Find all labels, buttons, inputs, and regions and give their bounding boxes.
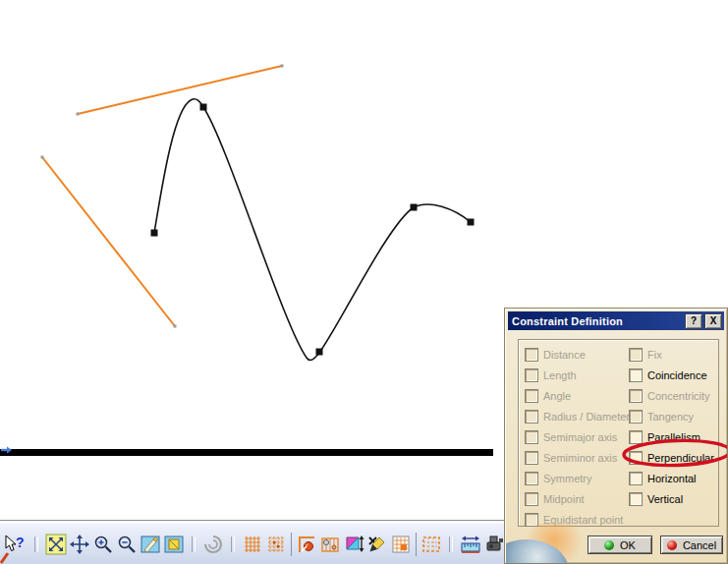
red-ellipse-annotation — [613, 436, 728, 472]
spline-control-point[interactable] — [316, 349, 323, 356]
visualization-swap-icon[interactable] — [342, 533, 365, 556]
constraint-option-concentricity: Concentricity — [629, 385, 714, 406]
checkbox-label: Midpoint — [543, 493, 585, 505]
spline-control-point[interactable] — [200, 104, 207, 111]
checkbox-label: Length — [543, 369, 577, 381]
line-endpoint[interactable] — [41, 156, 44, 159]
checkbox-label: Vertical — [647, 493, 683, 505]
line-endpoint[interactable] — [77, 113, 80, 116]
checkbox-radius-diameter — [525, 410, 538, 423]
sketch-spline[interactable] — [154, 99, 471, 361]
dialog-cloud-decoration — [506, 524, 600, 563]
zoom-out-icon[interactable] — [115, 533, 139, 556]
construction-element-icon[interactable] — [318, 533, 342, 556]
sketch-axis-icon — [0, 445, 12, 454]
checkbox-semimajor-axis — [525, 430, 538, 444]
constraint-options-right-column: Fix Coincidence Concentricity Tangency P… — [629, 344, 714, 509]
cancel-red-ball-icon — [667, 540, 677, 550]
ok-label: OK — [620, 539, 636, 551]
help-button[interactable]: ? — [685, 313, 702, 329]
cancel-label: Cancel — [683, 539, 716, 551]
toolbar-separator — [34, 536, 38, 552]
constraint-option-midpoint: Midpoint — [525, 488, 630, 509]
normal-view-icon[interactable] — [139, 533, 162, 556]
checkbox-angle — [525, 389, 538, 403]
constraint-option-angle: Angle — [525, 385, 630, 406]
checkbox-label: Radius / Diameter — [543, 411, 630, 423]
toolbar-separator — [449, 536, 453, 552]
checkbox-symmetry — [525, 472, 538, 485]
auto-constraint-icon[interactable] — [420, 533, 443, 556]
checkbox-label: Semiminor axis — [543, 452, 617, 464]
checkbox-label: Distance — [543, 349, 586, 361]
checkbox-label: Fix — [647, 349, 662, 361]
snap-to-point-icon[interactable] — [264, 533, 288, 556]
ok-button[interactable]: OK — [588, 536, 652, 554]
pan-icon[interactable] — [68, 533, 91, 556]
toolbar-separator — [192, 536, 196, 552]
checkbox-concentricity — [629, 389, 643, 403]
constraint-options-group: Distance Length Angle Radius / Diameter … — [518, 339, 719, 527]
grid-icon[interactable] — [241, 533, 264, 556]
dialog-titlebar[interactable]: Constraint Definition ? X — [508, 311, 724, 330]
checkbox-equidistant-point — [525, 513, 538, 527]
constraint-option-coincidence: Coincidence — [629, 365, 714, 385]
geometrical-constraints-icon[interactable] — [365, 533, 389, 556]
sketch-line[interactable] — [42, 157, 175, 326]
toolbar-separator — [231, 536, 235, 552]
constraint-option-vertical: Vertical — [629, 488, 714, 509]
checkbox-label: Symmetry — [543, 473, 592, 484]
constraint-option-length: Length — [525, 365, 630, 385]
line-endpoint[interactable] — [281, 65, 284, 68]
ok-green-ball-icon — [604, 540, 614, 550]
checkbox-tangency — [629, 410, 643, 423]
cancel-button[interactable]: Cancel — [660, 536, 723, 554]
viewport-frame-bar — [0, 449, 493, 456]
rotate-icon — [201, 533, 225, 556]
animate-constraint-icon[interactable] — [482, 533, 506, 556]
checkbox-label: Horizontal — [647, 473, 697, 484]
checkbox-vertical[interactable] — [629, 492, 643, 506]
constraint-option-distance: Distance — [525, 344, 630, 365]
checkbox-semiminor-axis — [525, 451, 538, 465]
line-endpoint[interactable] — [174, 325, 177, 328]
checkbox-horizontal[interactable] — [629, 472, 643, 485]
checkbox-length — [525, 368, 538, 382]
measure-ruler-icon[interactable] — [459, 533, 482, 556]
constraints-box-icon[interactable] — [389, 533, 413, 556]
spline-control-point[interactable] — [151, 230, 158, 237]
toolbar-group-divider — [416, 533, 417, 556]
cutoff-icon-fragment — [0, 549, 10, 564]
constraint-option-radius-diameter: Radius / Diameter — [525, 406, 630, 426]
checkbox-label: Coincidence — [647, 369, 707, 381]
checkbox-label: Angle — [543, 390, 571, 402]
spline-control-point[interactable] — [468, 219, 475, 226]
constraint-option-fix: Fix — [629, 344, 714, 365]
constraint-definition-dialog: Constraint Definition ? X Distance Lengt… — [504, 308, 728, 564]
quick-view-icon[interactable] — [162, 533, 186, 556]
cut-part-by-sketch-plane-icon[interactable] — [295, 533, 318, 556]
sketch-line[interactable] — [78, 66, 282, 114]
catia-sketcher-screen: ? — [0, 0, 728, 564]
checkbox-label: Tangency — [647, 411, 694, 423]
close-button[interactable]: X — [704, 313, 722, 329]
checkbox-fix — [629, 348, 643, 362]
checkbox-label: Semimajor axis — [543, 431, 617, 443]
constraint-option-equidistant-point: Equidistant point — [525, 509, 630, 530]
constraint-option-tangency: Tangency — [629, 406, 714, 426]
fit-all-in-icon[interactable] — [44, 533, 68, 556]
checkbox-midpoint — [525, 492, 538, 506]
checkbox-label: Concentricity — [647, 390, 710, 402]
checkbox-distance — [525, 348, 538, 362]
dialog-title: Constraint Definition — [508, 315, 685, 327]
checkbox-label: Equidistant point — [543, 514, 623, 526]
spline-control-point[interactable] — [411, 204, 418, 211]
checkbox-coincidence[interactable] — [629, 368, 643, 382]
toolbar-group-divider — [291, 533, 292, 556]
zoom-in-icon[interactable] — [91, 533, 115, 556]
svg-text:?: ? — [16, 535, 25, 550]
